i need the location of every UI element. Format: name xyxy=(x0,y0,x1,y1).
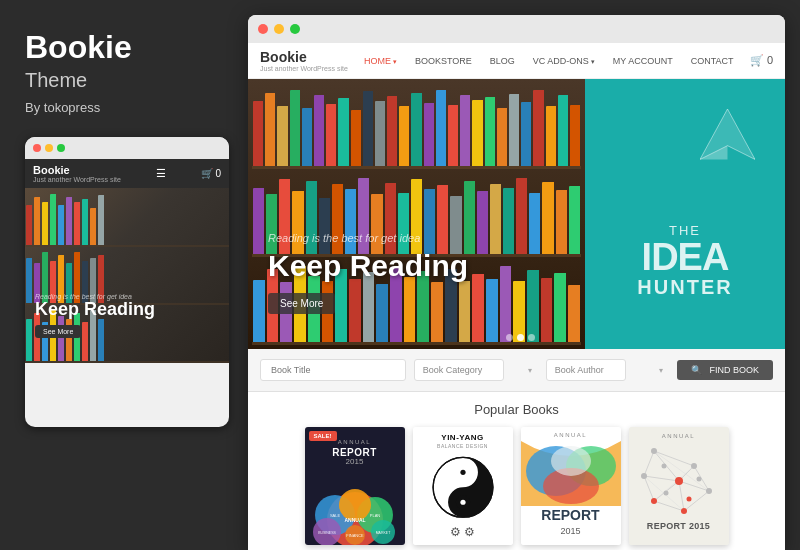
book-category-select[interactable]: Book Category xyxy=(414,359,504,381)
book3-report: REPORT xyxy=(521,507,621,523)
book-title-input[interactable] xyxy=(260,359,406,381)
book1-circles: ANNUAL SALE PLAN BUSINESS MARKET FINANCE xyxy=(305,470,405,545)
hero-title: Keep Reading xyxy=(268,249,468,283)
svg-text:FINANCE: FINANCE xyxy=(346,533,364,538)
svg-text:BUSINESS: BUSINESS xyxy=(318,531,336,535)
svg-line-36 xyxy=(644,476,679,481)
browser-body: Bookie Just another WordPress site HOME … xyxy=(248,43,785,550)
svg-line-26 xyxy=(694,466,709,491)
mobile-dot-green xyxy=(57,144,65,152)
site-brand-group: Bookie Just another WordPress site xyxy=(260,49,350,73)
svg-line-28 xyxy=(654,501,684,511)
mobile-dot-red xyxy=(33,144,41,152)
nav-blog[interactable]: BLOG xyxy=(486,54,519,68)
svg-point-40 xyxy=(651,448,657,454)
nav-vc-addons[interactable]: VC ADD-ONS xyxy=(529,54,599,68)
mobile-see-more-btn[interactable]: See More xyxy=(35,325,81,338)
site-hero: Reading is the best for get idea Keep Re… xyxy=(248,79,785,349)
svg-line-29 xyxy=(644,476,654,501)
search-bar: Book Category Book Author 🔍FIND BOOK xyxy=(248,349,785,392)
book3-shapes xyxy=(521,441,621,506)
svg-text:ANNUAL: ANNUAL xyxy=(344,517,365,523)
book2-subtitle: BALANCE DESIGN xyxy=(413,443,513,449)
main-browser: Bookie Just another WordPress site HOME … xyxy=(248,15,785,550)
book4-inner: ANNUAL xyxy=(629,427,729,545)
teal-book-idea: IDEA xyxy=(585,238,785,276)
book-card-1-inner: SALE! ANNUAL REPORT 2015 xyxy=(305,427,405,545)
svg-point-18 xyxy=(460,470,465,475)
svg-line-34 xyxy=(679,481,684,511)
site-nav: HOME BOOKSTORE BLOG VC ADD-ONS MY ACCOUN… xyxy=(360,54,750,68)
mobile-hamburger-icon[interactable]: ☰ xyxy=(156,167,166,180)
site-brand-sub: Just another WordPress site xyxy=(260,65,350,72)
hero-shelf-1 xyxy=(252,83,581,169)
books-grid: SALE! ANNUAL REPORT 2015 xyxy=(260,427,773,545)
svg-text:SALE: SALE xyxy=(329,513,340,518)
sidebar-title: Bookie xyxy=(25,30,223,65)
svg-point-42 xyxy=(706,488,712,494)
svg-point-48 xyxy=(696,477,701,482)
site-brand[interactable]: Bookie xyxy=(260,49,350,66)
hero-dot-active xyxy=(517,334,524,341)
hero-teal-panel: THE IDEA HUNTER xyxy=(585,79,785,349)
cart-icon[interactable]: 🛒 0 xyxy=(750,54,773,67)
mobile-hero-overlay: Reading is the best for get idea Keep Re… xyxy=(35,293,155,338)
svg-text:MARKET: MARKET xyxy=(375,531,390,535)
find-book-button[interactable]: 🔍FIND BOOK xyxy=(677,360,773,380)
sidebar-subtitle: Theme xyxy=(25,69,223,92)
teal-book-hunter: HUNTER xyxy=(585,276,785,299)
mobile-title-bar xyxy=(25,137,229,159)
svg-line-30 xyxy=(644,451,654,476)
svg-point-24 xyxy=(551,446,591,476)
search-icon: 🔍 xyxy=(691,365,702,375)
mobile-content: Bookie Just another WordPress site ☰ 🛒 0 xyxy=(25,159,229,427)
browser-dot-yellow xyxy=(274,24,284,34)
nav-my-account[interactable]: MY ACCOUNT xyxy=(609,54,677,68)
sidebar: Bookie Theme By tokopress Bookie Just an… xyxy=(0,0,248,550)
book-card-2[interactable]: YIN-YANG BALANCE DESIGN xyxy=(413,427,513,545)
hero-italic-text: Reading is the best for get idea xyxy=(268,232,468,244)
hero-books-bg: Reading is the best for get idea Keep Re… xyxy=(248,79,585,349)
book3-annual: ANNUAL xyxy=(521,432,621,438)
shelf-row-1 xyxy=(25,188,229,246)
nav-bookstore[interactable]: BOOKSTORE xyxy=(411,54,476,68)
hero-overlay: Reading is the best for get idea Keep Re… xyxy=(268,232,468,314)
svg-point-45 xyxy=(641,473,647,479)
mobile-brand-sub: Just another WordPress site xyxy=(33,176,121,183)
mobile-brand: Bookie xyxy=(33,164,121,176)
nav-home[interactable]: HOME xyxy=(360,54,401,68)
mobile-hero: Reading is the best for get idea Keep Re… xyxy=(25,188,229,363)
svg-line-33 xyxy=(679,481,709,491)
hero-see-more-btn[interactable]: See More xyxy=(268,293,335,314)
browser-title-bar xyxy=(248,15,785,43)
book4-report-year: REPORT 2015 xyxy=(629,521,729,531)
book-author-select[interactable]: Book Author xyxy=(546,359,626,381)
teal-book-title: THE IDEA HUNTER xyxy=(585,223,785,299)
cart-count: 0 xyxy=(767,54,773,66)
site-navbar: Bookie Just another WordPress site HOME … xyxy=(248,43,785,79)
book-category-wrap: Book Category xyxy=(414,359,538,381)
svg-point-43 xyxy=(681,508,687,514)
book4-network xyxy=(634,441,724,521)
svg-point-41 xyxy=(691,463,697,469)
book4-annual: ANNUAL xyxy=(629,433,729,439)
popular-books-section: Popular Books SALE! ANNUAL REPORT 2015 xyxy=(248,392,785,550)
book3-inner: ANNUAL xyxy=(521,427,621,545)
book-card-1[interactable]: SALE! ANNUAL REPORT 2015 xyxy=(305,427,405,545)
svg-point-50 xyxy=(663,491,668,496)
mobile-dot-yellow xyxy=(45,144,53,152)
svg-point-19 xyxy=(460,500,465,505)
mobile-preview: Bookie Just another WordPress site ☰ 🛒 0 xyxy=(25,137,229,427)
book-card-4[interactable]: ANNUAL xyxy=(629,427,729,545)
svg-text:PLAN: PLAN xyxy=(369,513,380,518)
yin-yang-icon xyxy=(430,455,495,520)
book-author-wrap: Book Author xyxy=(546,359,670,381)
svg-line-37 xyxy=(654,451,709,491)
book-card-3[interactable]: ANNUAL xyxy=(521,427,621,545)
mobile-brand-group: Bookie Just another WordPress site xyxy=(33,164,121,183)
book2-inner: YIN-YANG BALANCE DESIGN xyxy=(413,427,513,545)
hero-dot xyxy=(528,334,535,341)
nav-contact[interactable]: CONTACT xyxy=(687,54,738,68)
mobile-keep-reading: Keep Reading xyxy=(35,300,155,320)
mobile-cart-icon[interactable]: 🛒 0 xyxy=(201,168,221,179)
